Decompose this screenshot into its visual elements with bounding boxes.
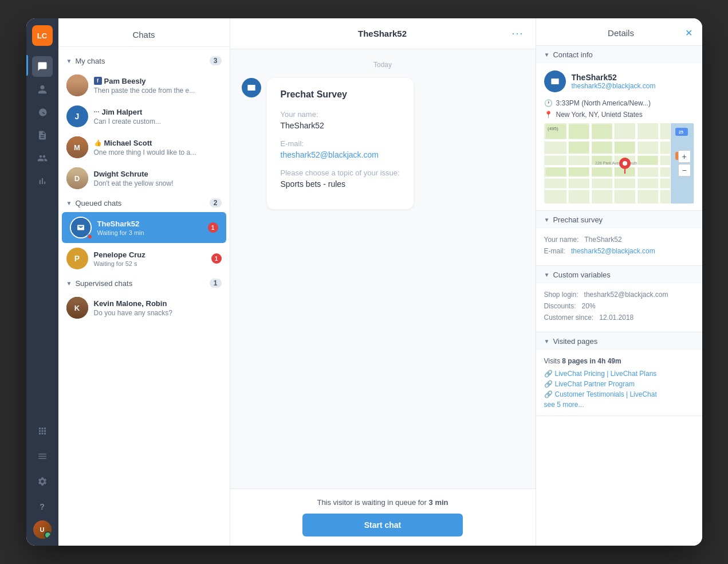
chat-item-penelope[interactable]: P Penelope Cruz Waiting for 52 s 1: [58, 243, 230, 274]
message-avatar: [242, 78, 261, 97]
svg-text:228 Park Avenue South: 228 Park Avenue South: [595, 161, 638, 165]
visits-count: 8 pages in 4h 49m: [562, 357, 621, 365]
start-chat-button[interactable]: Start chat: [302, 514, 463, 536]
contact-time: 3:33PM (North America/New...): [556, 99, 651, 107]
location-icon: 📍: [544, 111, 553, 119]
app-container: LC: [26, 18, 702, 546]
svg-rect-17: [592, 142, 612, 153]
wait-time: 3 min: [429, 498, 448, 507]
chat-item-theshark[interactable]: TheShark52 Waiting for 3 min 1: [62, 212, 226, 243]
contact-location: New York, NY, Unietd States: [556, 111, 643, 119]
chat-info-pam: f Pam Beesly Then paste the code from th…: [94, 77, 222, 95]
supervised-chats-section-header[interactable]: ▼ Supervised chats 1: [58, 274, 230, 292]
nav-chat-icon[interactable]: [32, 56, 53, 77]
nav-help-icon[interactable]: ?: [32, 496, 53, 517]
queued-chats-section-header[interactable]: ▼ Queued chats 2: [58, 194, 230, 212]
supervised-chats-count: 1: [210, 279, 222, 288]
chat-main-title: TheShark52: [358, 29, 407, 38]
nav-apps-icon[interactable]: [32, 421, 53, 441]
chat-info-kevin: Kevin Malone, Robin Do you have any snac…: [94, 299, 222, 317]
custom-var-discounts-label: Discounts:: [544, 302, 576, 310]
map-zoom-controls: + −: [678, 150, 691, 177]
chat-name-michael: 👍 Michael Scott: [94, 139, 222, 147]
chat-item-dwight[interactable]: D Dwight Schrute Don't eat the yellow sn…: [58, 163, 230, 194]
visited-link-3[interactable]: 🔗 Customer Testimonials | LiveChat: [544, 390, 694, 398]
svg-rect-23: [592, 167, 612, 176]
user-avatar[interactable]: U: [33, 520, 52, 539]
prechat-topic-label: Please choose a topic of your issue:: [281, 169, 400, 177]
prechat-email-label: E-mail:: [281, 139, 400, 148]
nav-stats-icon[interactable]: [32, 171, 53, 191]
theshark-online-dot: [87, 234, 93, 240]
contact-time-row: 🕐 3:33PM (North America/New...): [544, 99, 694, 107]
custom-var-shop: Shop login: theshark52@blackjack.com: [544, 291, 694, 299]
external-link-icon-3: 🔗: [544, 390, 553, 398]
prechat-topic-value: Sports bets - rules: [281, 179, 400, 189]
contact-email[interactable]: theshark52@blackjack.com: [572, 82, 656, 90]
chat-item-michael[interactable]: M 👍 Michael Scott One more thing I would…: [58, 132, 230, 163]
survey-email-value[interactable]: theshark52@blackjack.com: [571, 247, 655, 255]
chat-preview-michael: One more thing I would like to a...: [94, 148, 222, 156]
custom-var-since-label: Customer since:: [544, 314, 594, 322]
nav-settings-icon[interactable]: [32, 471, 53, 492]
my-chats-count: 3: [210, 56, 222, 65]
custom-var-shop-label: Shop login:: [544, 291, 579, 299]
user-avatar-img: U: [33, 520, 52, 539]
chat-preview-dwight: Don't eat the yellow snow!: [94, 179, 222, 187]
contact-location-row: 📍 New York, NY, Unietd States: [544, 111, 694, 119]
contact-info-header[interactable]: ▼ Contact info: [536, 46, 702, 64]
svg-rect-16: [569, 142, 589, 153]
custom-variables-title: Custom variables: [553, 271, 610, 279]
supervised-chats-label: Supervised chats: [75, 279, 132, 288]
nav-team-icon[interactable]: [32, 148, 53, 169]
my-chats-label: My chats: [75, 57, 105, 65]
prechat-name-value: TheShark52: [281, 121, 400, 130]
svg-rect-19: [638, 156, 658, 164]
nav-notes-icon[interactable]: [32, 125, 53, 146]
my-chats-section-header[interactable]: ▼ My chats 3: [58, 52, 230, 70]
survey-name-row: Your name: TheShark52: [544, 236, 694, 244]
custom-variables-section: ▼ Custom variables Shop login: theshark5…: [536, 266, 702, 332]
svg-text:(495): (495): [548, 126, 558, 131]
visited-pages-header[interactable]: ▼ Visited pages: [536, 332, 702, 350]
contact-info-title: Contact info: [553, 50, 592, 59]
sidebar-bottom: ? U: [32, 420, 53, 539]
contact-name-email: TheShark52 theshark52@blackjack.com: [572, 73, 656, 90]
chat-badge-penelope: 1: [211, 253, 222, 264]
custom-variables-chevron: ▼: [544, 272, 550, 278]
chat-info-theshark: TheShark52 Waiting for 3 min: [97, 220, 202, 236]
fb-icon-pam: f: [94, 77, 102, 85]
chat-more-button[interactable]: ···: [511, 28, 524, 40]
thumbs-icon-michael: 👍: [94, 139, 102, 147]
chat-item-pam[interactable]: f Pam Beesly Then paste the code from th…: [58, 70, 230, 101]
survey-name-value: TheShark52: [584, 236, 621, 244]
custom-variables-header[interactable]: ▼ Custom variables: [536, 266, 702, 284]
visited-link-2[interactable]: 🔗 LiveChat Partner Program: [544, 380, 694, 388]
chat-preview-pam: Then paste the code from the e...: [94, 87, 222, 95]
chat-avatar-penelope: P: [66, 248, 88, 269]
sidebar: LC: [26, 18, 58, 546]
date-label: Today: [242, 61, 524, 69]
chat-footer: This visitor is waiting in queue for 3 m…: [230, 488, 536, 546]
prechat-survey-header[interactable]: ▼ Prechat survey: [536, 211, 702, 229]
chat-item-jim[interactable]: J ··· Jim Halpert Can I create custom...: [58, 101, 230, 132]
details-panel: Details ✕ ▼ Contact info TheShark52: [536, 18, 702, 546]
close-details-button[interactable]: ✕: [685, 28, 692, 38]
chat-name-pam: f Pam Beesly: [94, 77, 222, 85]
visited-link-1[interactable]: 🔗 LiveChat Pricing | LiveChat Plans: [544, 370, 694, 378]
chat-item-kevin[interactable]: K Kevin Malone, Robin Do you have any sn…: [58, 292, 230, 323]
contact-info-chevron: ▼: [544, 52, 550, 58]
chat-preview-kevin: Do you have any snacks?: [94, 309, 222, 317]
chat-name-penelope: Penelope Cruz: [94, 250, 206, 259]
nav-contacts-icon[interactable]: [32, 79, 53, 100]
map-zoom-out-button[interactable]: −: [678, 164, 691, 177]
map-container[interactable]: 228 Park Avenue South 25 9A (495): [544, 123, 694, 203]
nav-history-icon[interactable]: [32, 102, 53, 123]
chat-avatar-kevin: K: [66, 297, 88, 319]
chat-name-theshark: TheShark52: [97, 220, 202, 228]
chat-info-dwight: Dwight Schrute Don't eat the yellow snow…: [94, 170, 222, 187]
nav-menu-icon[interactable]: [32, 446, 53, 467]
svg-rect-22: [569, 167, 589, 176]
map-zoom-in-button[interactable]: +: [678, 150, 691, 163]
see-more-link[interactable]: see 5 more...: [544, 401, 694, 409]
